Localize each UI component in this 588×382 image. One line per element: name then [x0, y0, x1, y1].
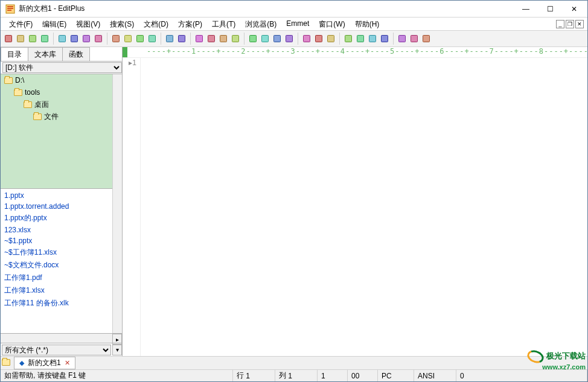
file-list[interactable]: 1.pptx1.pptx.torrent.added1.pptx的.pptx12… — [1, 189, 112, 333]
tree-item[interactable]: D:\ — [1, 74, 112, 86]
close-button[interactable]: ✕ — [562, 1, 586, 18]
folder-icon — [33, 113, 42, 120]
document-tab[interactable]: ◆ 新的文档1 ✕ — [14, 357, 75, 369]
file-filter-select[interactable]: 所有文件 (*.*) — [2, 345, 111, 355]
sidebar-tab-directory[interactable]: 目录 — [1, 47, 28, 62]
toolbar-font-bold-icon[interactable] — [248, 33, 258, 44]
file-item[interactable]: 1.pptx的.pptx — [2, 212, 111, 224]
file-item[interactable]: 工作簿1.xlsx — [2, 284, 111, 297]
toolbar-new-file-icon[interactable] — [3, 33, 14, 44]
menu-file[interactable]: 文件(F) — [4, 18, 37, 30]
toolbar-settings-icon[interactable] — [325, 33, 336, 44]
svg-rect-14 — [179, 36, 185, 42]
menu-edit[interactable]: 编辑(E) — [37, 18, 71, 30]
file-item[interactable]: 1.pptx — [2, 190, 111, 201]
mdi-restore[interactable]: ❐ — [566, 20, 574, 28]
toolbar-help-icon[interactable] — [421, 33, 432, 44]
menu-search[interactable]: 搜索(S) — [105, 18, 139, 30]
toolbar-replace-icon[interactable] — [218, 33, 229, 44]
menu-tools[interactable]: 工具(T) — [207, 18, 240, 30]
file-item[interactable]: 工作簿11 的备份.xlk — [2, 297, 111, 310]
toolbar-copy-icon[interactable] — [123, 33, 133, 44]
folder-tree[interactable]: D:\tools桌面文件 — [1, 74, 112, 189]
toolbar-browser-back-icon[interactable] — [379, 33, 390, 44]
toolbar-macro-icon[interactable] — [409, 33, 420, 44]
sidebar-tabs: 目录 文本库 函数 — [1, 47, 122, 62]
watermark-url: www.xz7.com — [542, 363, 586, 371]
toolbar-print-icon[interactable] — [57, 33, 68, 44]
file-item[interactable]: ~$工作簿11.xlsx — [2, 246, 111, 259]
file-item[interactable]: 123.xlsx — [2, 224, 111, 235]
status-total: 1 — [318, 370, 348, 381]
toolbar-word-wrap-icon[interactable] — [284, 33, 295, 44]
svg-rect-22 — [286, 36, 293, 42]
toolbar-run-icon[interactable] — [397, 33, 407, 44]
toolbar — [1, 31, 587, 47]
ruler-scale: ----+----1----+----2----+----3----+----4… — [123, 47, 587, 57]
document-tab-close-icon[interactable]: ✕ — [65, 359, 70, 367]
toolbar-find-icon[interactable] — [194, 33, 205, 44]
toolbar-print-preview-icon[interactable] — [69, 33, 80, 44]
toolbar-browser-internal-icon[interactable] — [343, 33, 354, 44]
menu-project[interactable]: 方案(P) — [173, 18, 207, 30]
file-item[interactable]: ~$文档文件.docx — [2, 259, 111, 272]
toolbar-paste-icon[interactable] — [135, 33, 145, 44]
sidebar-tab-functions[interactable]: 函数 — [62, 47, 90, 62]
ruler-origin-marker — [123, 47, 127, 58]
menu-window[interactable]: 窗口(W) — [314, 18, 350, 30]
drive-selector-bar: [D:] 软件 — [1, 61, 122, 74]
minimize-button[interactable]: — — [514, 1, 538, 18]
toolbar-browser-external-icon[interactable] — [355, 33, 366, 44]
menu-document[interactable]: 文档(D) — [139, 18, 173, 30]
toolbar-font-color-icon[interactable] — [260, 33, 270, 44]
toolbar-delete-icon[interactable] — [147, 33, 158, 44]
tree-item[interactable]: 文件 — [1, 110, 112, 123]
menu-emmet[interactable]: Emmet — [281, 18, 314, 30]
ruler: ----+----1----+----2----+----3----+----4… — [123, 47, 587, 58]
filter-menu-button[interactable]: ▾ — [112, 345, 122, 355]
sidebar: 目录 文本库 函数 [D:] 软件 D:\tools桌面文件 1.pptx1.p… — [1, 47, 123, 356]
mdi-minimize[interactable]: _ — [556, 20, 564, 28]
svg-rect-16 — [208, 36, 215, 42]
toolbar-browser-view-icon[interactable] — [367, 33, 378, 44]
doc-modified-icon: ◆ — [19, 359, 24, 367]
file-item[interactable]: 工作簿1.pdf — [2, 272, 111, 284]
menu-browser[interactable]: 浏览器(B) — [240, 18, 281, 30]
toolbar-save-icon[interactable] — [27, 33, 38, 44]
mdi-close[interactable]: ✕ — [575, 20, 584, 28]
maximize-button[interactable]: ☐ — [538, 1, 562, 18]
menu-view[interactable]: 视图(V) — [71, 18, 105, 30]
toolbar-goto-icon[interactable] — [230, 33, 241, 44]
svg-rect-4 — [42, 36, 48, 42]
svg-rect-20 — [262, 36, 269, 42]
tree-item[interactable]: 桌面 — [1, 98, 112, 110]
toolbar-redo-icon[interactable] — [176, 33, 187, 44]
toolbar-swap-icon[interactable] — [93, 33, 104, 44]
folder-icon — [24, 101, 32, 108]
tree-scrollbar[interactable] — [112, 74, 122, 189]
svg-rect-24 — [316, 36, 322, 42]
svg-rect-8 — [95, 36, 102, 42]
filter-bar: 所有文件 (*.*) ▾ — [1, 343, 122, 356]
toolbar-indent-icon[interactable] — [301, 33, 312, 44]
doctab-folder-icon[interactable] — [2, 359, 11, 368]
filelist-hscroll[interactable] — [1, 334, 112, 343]
sidebar-tab-textlib[interactable]: 文本库 — [28, 47, 62, 62]
line-number: 1 — [132, 59, 136, 67]
tree-item[interactable]: tools — [1, 86, 112, 98]
text-editor[interactable] — [141, 58, 587, 356]
toolbar-find-selection-icon[interactable] — [206, 33, 217, 44]
file-item[interactable]: ~$1.pptx — [2, 235, 111, 246]
filelist-scrollbar[interactable] — [112, 189, 122, 333]
toolbar-spell-icon[interactable] — [81, 33, 92, 44]
toolbar-highlight-icon[interactable] — [272, 33, 283, 44]
drive-select[interactable]: [D:] 软件 — [2, 62, 122, 73]
toolbar-columns-icon[interactable] — [313, 33, 324, 44]
toolbar-cut-icon[interactable] — [110, 33, 121, 44]
toolbar-open-file-icon[interactable] — [15, 33, 26, 44]
toolbar-undo-icon[interactable] — [164, 33, 175, 44]
menu-help[interactable]: 帮助(H) — [350, 18, 385, 30]
toolbar-save-all-icon[interactable] — [39, 33, 50, 44]
file-item[interactable]: 1.pptx.torrent.added — [2, 201, 111, 212]
status-line: 行 1 — [233, 370, 275, 381]
